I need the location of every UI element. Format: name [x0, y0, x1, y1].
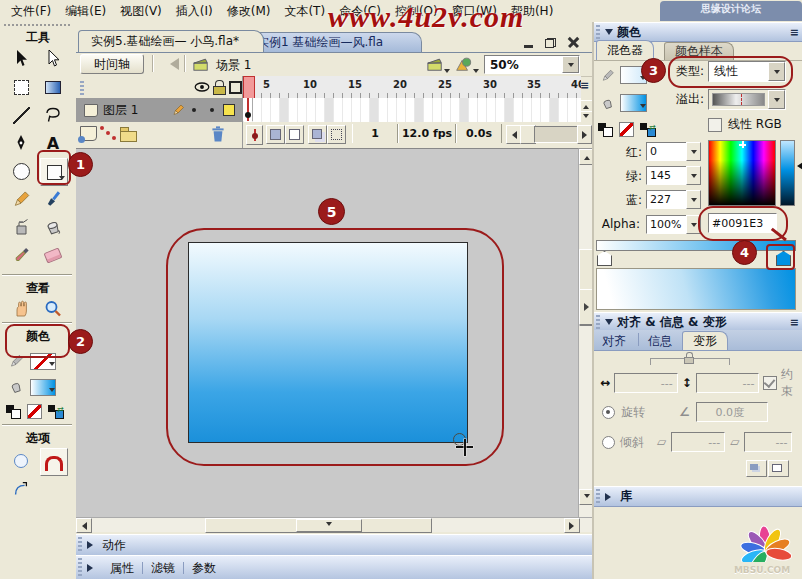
show-hide-layers-eye-icon[interactable] [194, 81, 210, 93]
stroke-color-control[interactable] [8, 350, 56, 372]
window-close-button[interactable] [565, 35, 581, 48]
hex-color-field[interactable]: #0091E3 [708, 213, 777, 233]
center-frame-button[interactable] [246, 125, 263, 145]
layer-outline-color-swatch[interactable] [223, 104, 235, 116]
menu-view[interactable]: 视图(V) [113, 0, 169, 23]
modify-onion-markers-button[interactable] [327, 125, 346, 144]
rotate-radio[interactable] [602, 406, 615, 419]
zoom-combo[interactable]: 50% [484, 55, 580, 74]
option-round-rect[interactable] [8, 448, 34, 474]
option-smooth[interactable] [8, 476, 34, 502]
text-tool[interactable]: A [40, 130, 66, 156]
default-colors-button[interactable] [6, 405, 21, 419]
expand-arrow-icon[interactable] [605, 493, 615, 501]
timeline-hscroll-left[interactable] [506, 125, 521, 144]
ink-bottle-tool[interactable] [8, 214, 34, 240]
rotate-angle-field[interactable]: 0.0度 [696, 402, 768, 422]
timeline-hscroll-track[interactable] [534, 126, 578, 143]
blue-stepper[interactable] [686, 190, 701, 209]
overflow-combo[interactable] [708, 89, 786, 110]
hscroll-right-button[interactable] [564, 518, 580, 533]
tab-info[interactable]: 信息 [648, 333, 672, 350]
fill-color-control[interactable] [8, 376, 56, 398]
menu-file[interactable]: 文件(F) [4, 0, 58, 23]
library-panel-bar[interactable]: 库 [594, 486, 802, 507]
gradient-stop-end[interactable] [776, 251, 791, 266]
copy-transform-button[interactable] [746, 460, 767, 477]
expand-arrow-icon[interactable] [87, 564, 97, 572]
layer-lock-dot[interactable] [210, 108, 214, 112]
actions-grip[interactable] [78, 537, 82, 553]
pencil-tool[interactable] [8, 186, 34, 212]
color-panel-grip[interactable] [596, 25, 600, 39]
no-color-button[interactable] [619, 122, 634, 137]
brightness-slider[interactable] [780, 140, 795, 206]
add-motion-guide-button[interactable] [100, 126, 116, 140]
timeline-toggle-button[interactable]: 时间轴 [80, 54, 144, 74]
line-tool[interactable] [8, 102, 34, 128]
zoom-tool[interactable] [40, 296, 66, 322]
option-snap[interactable] [40, 448, 68, 476]
blue-field[interactable]: 227 [646, 190, 691, 209]
menu-insert[interactable]: 插入(I) [169, 0, 220, 23]
stage-hscrollbar[interactable] [76, 517, 592, 532]
alpha-field[interactable]: 100% [646, 215, 691, 234]
green-stepper[interactable] [686, 166, 701, 185]
width-field[interactable]: --- [614, 373, 678, 393]
fill-color-swatch[interactable] [30, 379, 56, 396]
hscroll-left-button[interactable] [76, 518, 92, 533]
layer-visibility-dot[interactable] [192, 108, 196, 112]
oval-tool[interactable] [8, 158, 34, 184]
layer-name[interactable]: 图层 1 [103, 102, 138, 119]
menu-edit[interactable]: 编辑(E) [58, 0, 113, 23]
transform-panel-header[interactable]: 对齐 & 信息 & 变形 ≡ [594, 312, 802, 332]
timeline-hscroll-right[interactable] [577, 125, 592, 144]
tab-parameters[interactable]: 参数 [184, 560, 224, 577]
mixer-stroke-color[interactable] [600, 66, 647, 84]
free-transform-tool[interactable] [8, 74, 34, 100]
red-field[interactable]: 0 [646, 142, 691, 161]
skew-radio[interactable] [602, 436, 615, 449]
timeline-ruler[interactable]: 1 5 10 15 20 25 30 35 40 [242, 76, 581, 99]
tab-filters[interactable]: 滤镜 [143, 560, 183, 577]
outline-layers-icon[interactable] [229, 81, 242, 94]
swap-colors-button[interactable]: ⇄ [48, 405, 64, 419]
panel-collapse-handle[interactable] [296, 519, 362, 532]
collapse-arrow-icon[interactable] [605, 29, 613, 39]
brush-tool[interactable] [40, 186, 66, 212]
lock-layers-icon[interactable] [213, 80, 226, 95]
stage-vscrollbar[interactable] [578, 149, 593, 517]
timeline-grip[interactable] [80, 81, 84, 97]
frame-rate-indicator[interactable]: 12.0 fps [398, 124, 456, 143]
fill-type-combo[interactable]: 线性 [708, 61, 786, 82]
skew-v-field[interactable]: --- [744, 432, 792, 452]
actions-panel-title[interactable]: 动作 [102, 537, 126, 554]
selection-tool[interactable] [8, 46, 34, 72]
document-tab-active[interactable]: 实例5.基础绘画— 小鸟.fla* [78, 30, 264, 52]
red-stepper[interactable] [686, 142, 701, 161]
transform-panel-menu-icon[interactable]: ≡ [790, 316, 802, 329]
playhead[interactable] [243, 76, 255, 99]
swap-colors-button[interactable]: ⇄ [640, 123, 656, 137]
subselection-tool[interactable] [40, 46, 66, 72]
insert-folder-button[interactable] [120, 127, 137, 142]
mixer-fill-swatch[interactable] [620, 94, 647, 112]
tools-grip[interactable] [4, 24, 70, 26]
window-minimize-button[interactable] [520, 35, 536, 48]
actions-panel-bar[interactable]: 动作 [76, 534, 592, 556]
reset-transform-button[interactable] [768, 460, 789, 477]
linear-rgb-checkbox[interactable] [708, 118, 722, 132]
default-colors-button[interactable] [598, 123, 613, 137]
eyedropper-tool[interactable] [8, 242, 34, 268]
tab-color-swatches[interactable]: 颜色样本 [664, 42, 734, 60]
gradient-stop-start[interactable] [597, 251, 612, 266]
back-arrow-icon[interactable] [164, 58, 179, 70]
brightness-slider-marker[interactable] [793, 162, 802, 170]
window-restore-button[interactable] [542, 35, 558, 48]
no-color-button[interactable] [27, 404, 42, 419]
eraser-tool[interactable] [40, 242, 66, 268]
zoom-dropdown-button[interactable] [562, 56, 579, 73]
tab-transform[interactable]: 变形 [682, 331, 728, 350]
color-panel-menu-icon[interactable]: ≡ [790, 26, 802, 39]
gradient-stops-track[interactable] [596, 250, 794, 266]
